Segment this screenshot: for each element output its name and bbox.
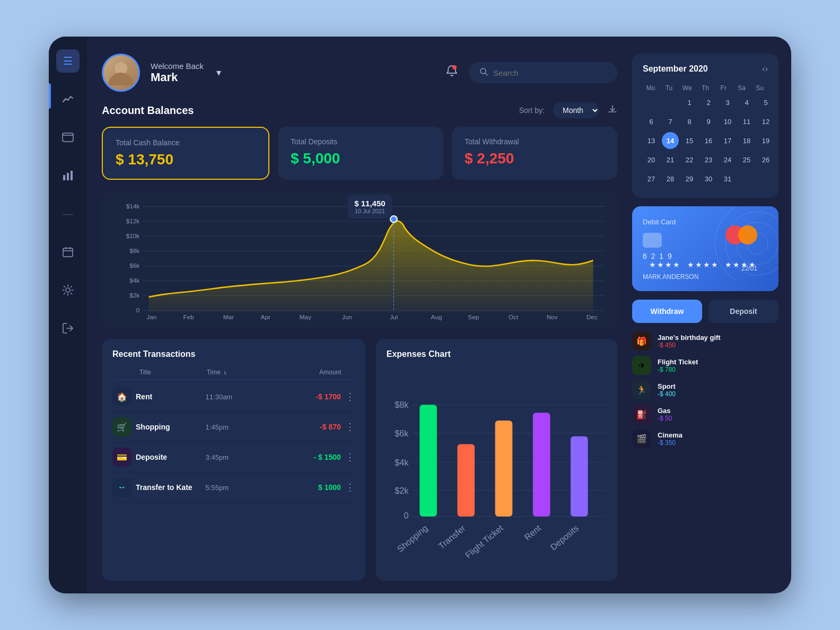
gas-icon: ⛽ [632, 405, 651, 424]
deposit-button[interactable]: Deposit [708, 300, 778, 323]
calendar-day[interactable]: 7 [662, 113, 679, 130]
balance-card-deposits: Total Deposits $ 5,000 [278, 127, 443, 180]
calendar-day[interactable]: 29 [681, 170, 698, 187]
cinema-name: Cinema [658, 431, 778, 439]
account-balances-section: Account Balances Sort by: Month Week Yea… [102, 102, 617, 180]
notifications-button[interactable] [445, 65, 458, 81]
calendar-day[interactable]: 2 [700, 94, 717, 111]
calendar-day[interactable]: 20 [643, 151, 660, 168]
calendar-next-button[interactable]: › [765, 64, 768, 74]
txn-deposit-amount: - $ 1500 [275, 453, 341, 461]
calendar-day[interactable]: 9 [700, 113, 717, 130]
expense-item-birthday: 🎁 Jane's birthday gift -$ 450 [632, 331, 778, 351]
calendar-day[interactable]: 19 [757, 132, 774, 149]
svg-text:Shopping: Shopping [395, 523, 429, 554]
sidebar-item-calendar[interactable] [56, 240, 80, 264]
calendar-day[interactable]: 10 [719, 113, 736, 130]
calendar-day[interactable]: 12 [757, 113, 774, 130]
sidebar-item-divider: — [56, 202, 80, 225]
sidebar-item-settings[interactable] [56, 278, 80, 302]
svg-rect-2 [63, 175, 65, 180]
calendar-day[interactable]: 30 [700, 170, 717, 187]
svg-text:Deposits: Deposits [548, 523, 580, 552]
day-header-sa: Sa [733, 82, 749, 94]
calendar-day[interactable]: 6 [643, 113, 660, 130]
transaction-row: 🛒 Shopping 1:45pm -$ 870 ⋮ [112, 412, 355, 442]
calendar-day[interactable]: 11 [738, 113, 755, 130]
sidebar-item-cards[interactable] [56, 126, 80, 149]
calendar-day[interactable]: 14 [662, 132, 679, 149]
calendar-day[interactable]: 13 [643, 132, 660, 149]
sidebar-item-menu[interactable]: ☰ [56, 49, 80, 73]
calendar-days: 1234567891011121314151617181920212223242… [643, 94, 768, 187]
calendar-day[interactable]: 17 [719, 132, 736, 149]
calendar-day[interactable]: 16 [700, 132, 717, 149]
col-icon [112, 369, 139, 376]
calendar-day[interactable]: 26 [757, 151, 774, 168]
svg-rect-5 [63, 248, 73, 257]
transactions-table: Title Time Amount 🏠 Rent 11:30am -$ 1700… [112, 365, 355, 503]
welcome-name: Mark [151, 71, 204, 84]
svg-point-12 [452, 65, 457, 69]
chart-tooltip: $ 11,450 10 Jul 2021 [348, 195, 391, 218]
txn-deposit-more[interactable]: ⋮ [345, 451, 355, 463]
calendar-day[interactable]: 15 [681, 132, 698, 149]
txn-rent-more[interactable]: ⋮ [345, 391, 355, 402]
calendar-day[interactable]: 23 [700, 151, 717, 168]
debit-card-label: Debit Card [643, 218, 676, 226]
calendar-day[interactable]: 25 [738, 151, 755, 168]
gas-name: Gas [658, 407, 778, 415]
calendar-day[interactable]: 27 [643, 170, 660, 187]
txn-transfer-amount: $ 1000 [275, 483, 341, 492]
calendar-day[interactable]: 1 [681, 94, 698, 111]
sidebar: ☰ — [49, 37, 87, 593]
profile-dropdown-button[interactable]: ▾ [216, 67, 221, 78]
expense-items-list: 🎁 Jane's birthday gift -$ 450 ✈ Flight T… [632, 331, 778, 448]
calendar-day[interactable]: 3 [719, 94, 736, 111]
calendar-day[interactable]: 4 [738, 94, 755, 111]
txn-rent-name: Rent [136, 392, 202, 401]
col-actions [341, 369, 354, 376]
sidebar-item-logout[interactable] [56, 317, 80, 340]
calendar-day[interactable]: 8 [681, 113, 698, 130]
download-button[interactable] [608, 104, 617, 117]
debit-card: Debit Card 6 2 1 9 ★★★★ ★★★★ ★★★★ MARK A… [632, 206, 778, 291]
expenses-panel: Expenses Chart $8k $6k $4k $2k 0 [376, 339, 617, 581]
mc-orange-circle [738, 225, 757, 244]
svg-text:Rent: Rent [522, 523, 542, 542]
sidebar-item-analytics[interactable] [56, 88, 80, 111]
txn-shopping-more[interactable]: ⋮ [345, 421, 355, 433]
col-time: Time [207, 369, 274, 376]
sidebar-item-reports[interactable] [56, 164, 80, 187]
calendar-grid: Mo Tu We Th Fr Sa Su [643, 82, 768, 94]
calendar-day[interactable]: 28 [662, 170, 679, 187]
svg-text:0: 0 [404, 511, 408, 520]
svg-text:Oct: Oct [509, 313, 519, 320]
svg-text:Mar: Mar [223, 313, 234, 320]
calendar-day [643, 94, 660, 111]
calendar-day[interactable]: 5 [757, 94, 774, 111]
expense-item-flight: ✈ Flight Ticket -$ 780 [632, 356, 778, 375]
cinema-amount: -$ 350 [658, 439, 778, 447]
sport-amount: -$ 400 [658, 390, 778, 398]
calendar-day[interactable]: 22 [681, 151, 698, 168]
withdraw-button[interactable]: Withdraw [632, 300, 702, 323]
calendar-day[interactable]: 18 [738, 132, 755, 149]
bar-rent [533, 413, 550, 517]
rent-icon: 🏠 [112, 387, 132, 406]
calendar-day[interactable]: 21 [662, 151, 679, 168]
expenses-title: Expenses Chart [387, 349, 607, 359]
sort-select[interactable]: Month Week Year [553, 102, 599, 118]
txn-transfer-more[interactable]: ⋮ [345, 482, 355, 493]
calendar-day[interactable]: 31 [719, 170, 736, 187]
svg-text:Jan: Jan [146, 313, 156, 320]
flight-icon: ✈ [632, 356, 651, 375]
calendar-day[interactable]: 24 [719, 151, 736, 168]
day-header-tu: Tu [661, 82, 677, 94]
search-input[interactable] [493, 68, 599, 77]
transaction-row: ↔ Transfer to Kate 5:55pm $ 1000 ⋮ [112, 472, 355, 503]
right-panel: September 2020 ‹ › Mo Tu We Th Fr Sa Su … [632, 37, 791, 593]
account-section-title: Account Balances [102, 104, 511, 117]
birthday-icon: 🎁 [632, 331, 651, 351]
active-indicator [49, 83, 51, 109]
